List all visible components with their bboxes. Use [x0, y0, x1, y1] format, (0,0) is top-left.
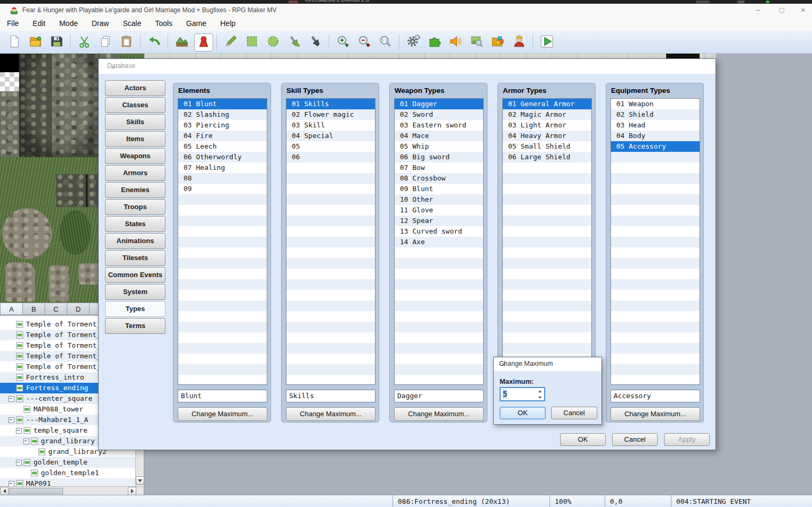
db-tab-items[interactable]: Items — [105, 131, 165, 147]
type-list-empty-row[interactable] — [611, 258, 700, 269]
type-list-item[interactable]: 09 — [178, 184, 267, 194]
type-list-item[interactable]: 01 General Armor — [503, 99, 591, 109]
type-list-empty-row[interactable] — [286, 322, 375, 332]
type-list-empty-row[interactable] — [503, 269, 591, 279]
type-list-empty-row[interactable] — [503, 173, 591, 184]
tree-item-golden-temple[interactable]: golden_temple — [0, 457, 136, 468]
type-list-empty-row[interactable] — [611, 226, 700, 237]
change-maximum-close-icon[interactable]: × — [499, 360, 509, 369]
type-list-empty-row[interactable] — [395, 279, 483, 290]
maximum-spinbox[interactable]: 5 — [500, 387, 545, 401]
type-list-empty-row[interactable] — [503, 279, 591, 290]
minimize-button[interactable]: − — [749, 4, 767, 17]
menu-edit[interactable]: Edit — [26, 17, 53, 31]
type-list-empty-row[interactable] — [503, 162, 591, 173]
type-list-item[interactable]: 01 Blunt — [178, 99, 267, 109]
playtest-button[interactable] — [538, 33, 556, 50]
type-list-empty-row[interactable] — [178, 279, 267, 290]
type-list-empty-row[interactable] — [395, 290, 483, 300]
zoom-out-button[interactable] — [355, 33, 373, 50]
type-list-empty-row[interactable] — [178, 205, 267, 216]
type-list-item[interactable]: 03 Eastern sword — [395, 120, 483, 131]
event-searcher-button[interactable] — [468, 33, 486, 50]
resource-manager-button[interactable] — [489, 33, 507, 50]
type-list-empty-row[interactable] — [611, 269, 700, 279]
type-list-empty-row[interactable] — [178, 237, 267, 247]
open-project-button[interactable] — [27, 33, 45, 50]
menu-help[interactable]: Help — [213, 17, 242, 31]
type-list-item[interactable]: 07 Bow — [395, 162, 483, 173]
type-name-input[interactable]: Accessory — [610, 390, 700, 402]
type-list-empty-row[interactable] — [395, 258, 483, 269]
map-tree-horizontal-scrollbar[interactable] — [0, 486, 144, 495]
type-list-empty-row[interactable] — [611, 184, 700, 194]
scroll-right-button[interactable] — [128, 487, 136, 495]
type-list-empty-row[interactable] — [611, 279, 700, 290]
ellipse-tool-button[interactable] — [264, 33, 282, 50]
type-list-item[interactable]: 05 Accessory — [611, 141, 700, 152]
type-list-item[interactable]: 01 Dagger — [395, 99, 483, 109]
type-list-empty-row[interactable] — [503, 194, 591, 205]
rectangle-tool-button[interactable] — [243, 33, 261, 50]
type-list[interactable]: 01 Skills02 Flower magic03 Skill04 Speci… — [286, 98, 376, 385]
menu-mode[interactable]: Mode — [53, 17, 85, 31]
database-close-icon[interactable]: × — [107, 62, 119, 74]
save-project-button[interactable] — [48, 33, 66, 50]
type-list-item[interactable]: 06 Large Shield — [503, 152, 591, 162]
sound-test-button[interactable] — [447, 33, 465, 50]
type-list-empty-row[interactable] — [178, 216, 267, 226]
type-list-empty-row[interactable] — [611, 173, 700, 184]
type-list-empty-row[interactable] — [611, 247, 700, 258]
character-generator-button[interactable] — [510, 33, 528, 50]
type-list-empty-row[interactable] — [503, 216, 591, 226]
db-tab-skills[interactable]: Skills — [105, 114, 165, 130]
tree-collapse-icon[interactable] — [23, 439, 29, 444]
type-list-item[interactable]: 13 Curved sword — [395, 226, 483, 237]
type-list-empty-row[interactable] — [286, 343, 375, 354]
type-list-empty-row[interactable] — [178, 332, 267, 343]
type-list-empty-row[interactable] — [178, 364, 267, 375]
type-list-item[interactable]: 04 Fire — [178, 131, 267, 141]
zoom-actual-size-button[interactable]: 1:1 — [377, 33, 395, 50]
type-list-item[interactable]: 03 Skill — [286, 120, 375, 131]
type-list-empty-row[interactable] — [286, 205, 375, 216]
type-list-empty-row[interactable] — [611, 375, 700, 385]
type-list-empty-row[interactable] — [178, 290, 267, 300]
type-list-empty-row[interactable] — [286, 173, 375, 184]
type-list-empty-row[interactable] — [286, 216, 375, 226]
change-maximum-button[interactable]: Change Maximum... — [610, 407, 700, 421]
type-list[interactable]: 01 General Armor02 Magic Armor03 Light A… — [502, 98, 592, 385]
db-tab-terms[interactable]: Terms — [105, 318, 165, 334]
type-list-empty-row[interactable] — [611, 332, 700, 343]
type-list-empty-row[interactable] — [503, 258, 591, 269]
type-list-empty-row[interactable] — [178, 311, 267, 322]
tree-collapse-icon[interactable] — [8, 396, 14, 402]
type-list-item[interactable]: 05 Whip — [395, 141, 483, 152]
type-list-item[interactable]: 04 Heavy Armor — [503, 131, 591, 141]
type-list-empty-row[interactable] — [503, 290, 591, 300]
type-list-empty-row[interactable] — [286, 269, 375, 279]
type-list-item[interactable]: 07 Healing — [178, 162, 267, 173]
tree-item-golden-temple1[interactable]: golden_temple1 — [0, 468, 136, 478]
type-list-empty-row[interactable] — [178, 343, 267, 354]
type-list-empty-row[interactable] — [503, 247, 591, 258]
db-tab-actors[interactable]: Actors — [105, 80, 165, 96]
flood-fill-tool-button[interactable] — [285, 33, 303, 50]
type-list-empty-row[interactable] — [611, 237, 700, 247]
type-name-input[interactable]: Dagger — [394, 390, 484, 402]
type-list-empty-row[interactable] — [178, 247, 267, 258]
type-list-empty-row[interactable] — [395, 269, 483, 279]
type-list-empty-row[interactable] — [503, 226, 591, 237]
type-list-item[interactable]: 11 Glove — [395, 205, 483, 216]
type-list-item[interactable]: 02 Shield — [611, 109, 700, 120]
type-list-empty-row[interactable] — [395, 375, 483, 385]
change-maximum-ok-button[interactable]: OK — [500, 407, 546, 419]
db-tab-enemies[interactable]: Enemies — [105, 182, 165, 198]
type-list-empty-row[interactable] — [611, 311, 700, 322]
type-list-empty-row[interactable] — [178, 194, 267, 205]
type-list-empty-row[interactable] — [286, 300, 375, 311]
type-list-empty-row[interactable] — [286, 332, 375, 343]
type-list-empty-row[interactable] — [178, 269, 267, 279]
type-list-empty-row[interactable] — [611, 300, 700, 311]
db-tab-types[interactable]: Types — [105, 301, 165, 317]
